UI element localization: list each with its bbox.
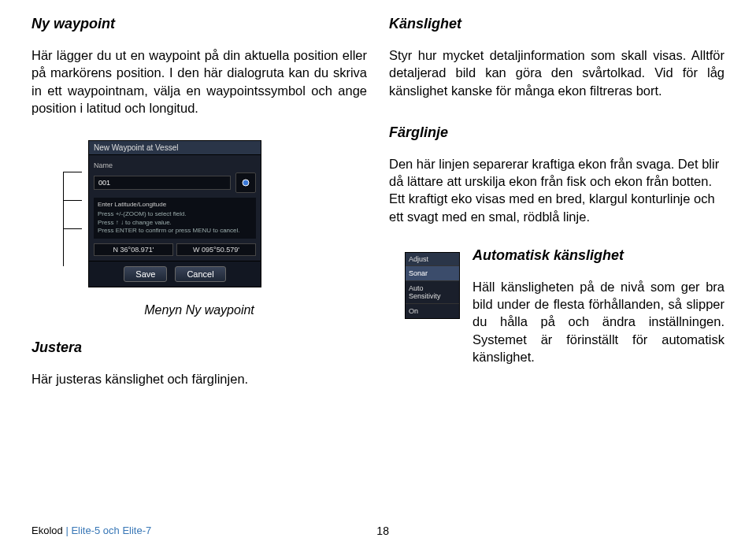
paragraph-automatisk-kanslighet: Häll känsligheten på de nivå som ger bra… (472, 278, 724, 365)
right-column: Känslighet Styr hur mycket detaljinforma… (389, 16, 724, 518)
help-line: Press ↑ ↓ to change value. (98, 219, 252, 227)
page-number: 18 (376, 525, 389, 537)
help-line: Press +/-(ZOOM) to select field. (98, 210, 252, 218)
heading-justera: Justera (32, 339, 367, 356)
connector-line (63, 200, 82, 228)
footer-section: Ekolod (32, 525, 63, 536)
page-footer: Ekolod | Elite-5 och Elite-7 18 (32, 518, 724, 537)
connector-line (63, 172, 82, 200)
screenshot-adjust-menu: Adjust Sonar Auto Sensitivity On (405, 252, 460, 319)
paragraph-justera: Här justeras känslighet och färglinjen. (32, 370, 367, 387)
adjust-menu-item[interactable]: On (406, 303, 459, 318)
adjust-menu-item[interactable]: Auto Sensitivity (406, 280, 459, 303)
page: Ny waypoint Här lägger du ut en waypoint… (0, 0, 756, 545)
heading-automatisk-kanslighet: Automatisk känslighet (472, 247, 724, 264)
left-column: Ny waypoint Här lägger du ut en waypoint… (32, 16, 367, 518)
waypoint-symbol-icon[interactable] (235, 172, 256, 193)
connector-lines (63, 140, 82, 266)
heading-farglinje: Färglinje (389, 124, 724, 141)
footer-spacer (614, 525, 724, 537)
heading-kanslighet: Känslighet (389, 16, 724, 32)
field-latitude[interactable]: N 36°08.971' (94, 243, 173, 256)
svg-point-0 (243, 180, 249, 186)
field-label-name: Name (94, 161, 256, 169)
help-text-block: Enter Latitude/Longitude Press +/-(ZOOM)… (94, 198, 256, 239)
footer-left: Ekolod | Elite-5 och Elite-7 (32, 525, 151, 537)
screenshot-new-waypoint-wrap: New Waypoint at Vessel Name 001 Enter La… (63, 140, 367, 287)
heading-ny-waypoint: Ny waypoint (32, 16, 367, 32)
screenshot-caption: Menyn Ny waypoint (32, 303, 367, 317)
paragraph-kanslighet: Styr hur mycket detaljinformation som sk… (389, 46, 724, 99)
save-button[interactable]: Save (124, 266, 167, 282)
help-line: Press ENTER to confirm or press MENU to … (98, 227, 252, 235)
adjust-menu-item[interactable]: Sonar (406, 265, 459, 280)
cancel-button[interactable]: Cancel (175, 266, 225, 282)
connector-line (63, 228, 82, 266)
dialog-title: New Waypoint at Vessel (89, 141, 261, 155)
screenshot-new-waypoint: New Waypoint at Vessel Name 001 Enter La… (88, 140, 261, 287)
field-longitude[interactable]: W 095°50.579' (176, 243, 256, 256)
paragraph-farglinje: Den här linjen separerar kraftiga ekon f… (389, 155, 724, 225)
content-columns: Ny waypoint Här lägger du ut en waypoint… (32, 16, 724, 518)
adjust-menu-title: Adjust (406, 253, 459, 265)
help-label: Enter Latitude/Longitude (98, 201, 252, 209)
field-name-value[interactable]: 001 (94, 176, 231, 190)
paragraph-ny-waypoint: Här lägger du ut en waypoint på din aktu… (32, 46, 367, 117)
footer-model-text: Elite-5 och Elite-7 (71, 525, 151, 536)
